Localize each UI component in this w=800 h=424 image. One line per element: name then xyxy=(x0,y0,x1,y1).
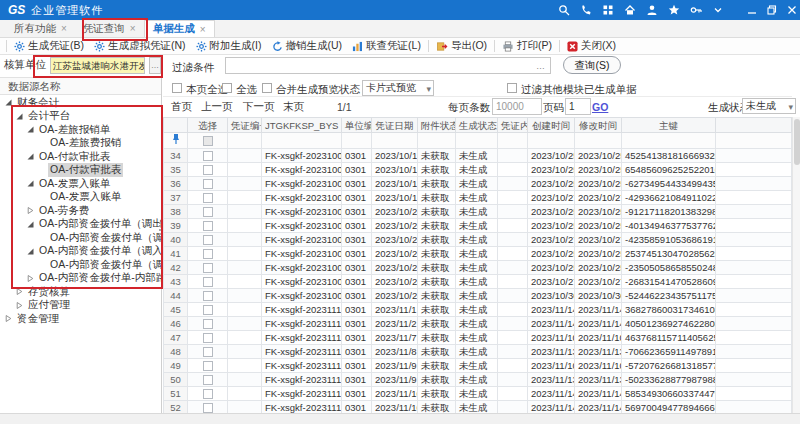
table-row[interactable]: 35FK-xsgkf-20231005603012023/10/18未获取未生成… xyxy=(164,163,792,177)
tree-item[interactable]: OA-发票入账单 xyxy=(0,191,161,205)
table-row[interactable]: 43FK-xsgkf-20231007503012023/10/24未获取未生成… xyxy=(164,275,792,289)
row-checkbox[interactable] xyxy=(203,389,213,399)
append-generate-button[interactable]: 附加生成(I) xyxy=(191,39,267,54)
row-checkbox[interactable] xyxy=(203,221,213,231)
home-icon[interactable] xyxy=(624,4,636,16)
table-row[interactable]: 41FK-xsgkf-20231007303012023/10/23未获取未生成… xyxy=(164,247,792,261)
query-button[interactable]: 查询(S) xyxy=(563,56,621,74)
tree-item[interactable]: 资金管理 xyxy=(0,312,161,326)
phone-icon[interactable] xyxy=(580,4,592,16)
column-header[interactable]: 主键 xyxy=(622,118,716,133)
table-row[interactable]: 48FK-xsgkf-20231114603012023/11/8未获取未生成2… xyxy=(164,345,792,359)
column-header[interactable]: 生成状态 xyxy=(456,118,498,133)
table-row[interactable]: 39FK-xsgkf-20231007003012023/10/20未获取未生成… xyxy=(164,219,792,233)
column-header[interactable]: JTGKFKSP_BYS xyxy=(262,118,342,133)
chevron-down-icon[interactable] xyxy=(712,4,724,16)
first-page-button[interactable]: 首页 xyxy=(168,100,192,114)
tree-item[interactable]: 应付管理 xyxy=(0,299,161,313)
linked-query-voucher-button[interactable]: 联查凭证(L) xyxy=(347,39,426,54)
undo-generate-button[interactable]: 撤销生成(U) xyxy=(267,39,348,54)
table-row[interactable]: 40FK-xsgkf-20231007103012023/10/23未获取未生成… xyxy=(164,233,792,247)
row-checkbox[interactable] xyxy=(203,235,213,245)
apps-icon[interactable] xyxy=(602,4,614,16)
row-checkbox[interactable] xyxy=(203,361,213,371)
prev-page-button[interactable]: 上一页 xyxy=(198,100,233,114)
close-icon[interactable] xyxy=(786,4,798,16)
table-row[interactable]: 44FK-xsgkf-20231009303012023/10/27未获取未生成… xyxy=(164,289,792,303)
table-row[interactable]: 46FK-xsgkf-20231111503012023/11/2未获取未生成2… xyxy=(164,317,792,331)
filter-input[interactable] xyxy=(225,57,551,74)
select-page-checkbox[interactable] xyxy=(172,83,182,93)
column-header[interactable]: 凭证内码 xyxy=(498,118,528,133)
tab-close-icon[interactable]: × xyxy=(200,24,206,35)
table-row[interactable]: 51FK-xsgkf-20231117003012023/11/10未获取未生成… xyxy=(164,387,792,401)
search-icon[interactable] xyxy=(558,4,570,16)
tree-item[interactable]: OA-差旅费报销 xyxy=(0,137,161,151)
header-checkbox[interactable] xyxy=(203,136,213,146)
table-row[interactable]: 50FK-xsgkf-20231115203012023/11/9未获取未生成2… xyxy=(164,373,792,387)
generate-virtual-voucher-button[interactable]: 生成虚拟凭证(N) xyxy=(89,39,191,54)
tab-close-icon[interactable]: × xyxy=(130,23,136,34)
column-header[interactable]: 凭证编号 xyxy=(228,118,262,133)
user-icon[interactable] xyxy=(646,4,658,16)
filter-browse-button[interactable]: … xyxy=(536,61,545,71)
row-checkbox[interactable] xyxy=(203,291,213,301)
row-checkbox[interactable] xyxy=(203,347,213,357)
key-icon[interactable] xyxy=(690,4,702,16)
tab-1[interactable]: 所有功能× xyxy=(6,20,75,37)
print-button[interactable]: 打印(P) xyxy=(497,39,557,54)
table-row[interactable]: 34FK-xsgkf-20231006203012023/10/18未获取未生成… xyxy=(164,149,792,163)
table-row[interactable]: 49FK-xsgkf-20231115303012023/11/9未获取未生成2… xyxy=(164,359,792,373)
table-row[interactable]: 42FK-xsgkf-20231007403012023/10/23未获取未生成… xyxy=(164,261,792,275)
next-page-button[interactable]: 下一页 xyxy=(240,100,275,114)
last-page-button[interactable]: 末页 xyxy=(280,100,304,114)
tree-item[interactable]: OA-劳务费 xyxy=(0,204,161,218)
per-page-input[interactable]: 10000 xyxy=(492,98,542,115)
star-icon[interactable] xyxy=(668,4,680,16)
column-header[interactable]: 创建时间 xyxy=(528,118,575,133)
tree-item[interactable]: OA-内部资金拨付单（调入） xyxy=(0,245,161,259)
row-checkbox[interactable] xyxy=(203,263,213,273)
tree-item[interactable]: OA-付款审批表 xyxy=(0,164,161,178)
tree-item[interactable]: 财务会计 xyxy=(0,96,161,110)
go-button[interactable]: GO xyxy=(592,101,608,113)
generate-state-select[interactable]: 未生成 ▾ xyxy=(742,98,796,114)
tree-item[interactable]: 存货核算 xyxy=(0,285,161,299)
horizontal-scrollbar[interactable] xyxy=(0,413,800,424)
tree-item[interactable]: OA-内部资金拨付单-内部路径 xyxy=(0,272,161,286)
row-checkbox[interactable] xyxy=(203,403,213,413)
column-header[interactable]: 选择 xyxy=(188,118,228,133)
table-row[interactable]: 38FK-xsgkf-20231006903012023/10/20未获取未生成… xyxy=(164,205,792,219)
row-checkbox[interactable] xyxy=(203,193,213,203)
row-checkbox[interactable] xyxy=(203,249,213,259)
vertical-scrollbar[interactable] xyxy=(792,117,800,413)
tree-item[interactable]: OA-差旅报销单 xyxy=(0,123,161,137)
accounting-unit-browse-button[interactable]: … xyxy=(149,57,161,74)
restore-icon[interactable] xyxy=(766,4,778,16)
select-all-checkbox[interactable] xyxy=(222,83,232,93)
row-checkbox[interactable] xyxy=(203,375,213,385)
column-header[interactable] xyxy=(164,118,188,133)
row-checkbox[interactable] xyxy=(203,151,213,161)
table-row[interactable]: 36FK-xsgkf-20231006703012023/10/19未获取未生成… xyxy=(164,177,792,191)
minimize-icon[interactable] xyxy=(746,4,758,16)
row-checkbox[interactable] xyxy=(203,277,213,287)
merge-generate-checkbox[interactable] xyxy=(262,83,272,93)
table-row[interactable]: 37FK-xsgkf-20231006803012023/10/19未获取未生成… xyxy=(164,191,792,205)
generate-voucher-button[interactable]: 生成凭证(B) xyxy=(9,39,89,54)
column-header[interactable]: 单位编号 xyxy=(342,118,372,133)
tree-item[interactable]: OA-发票入账单 xyxy=(0,177,161,191)
column-header[interactable]: 修改时间 xyxy=(575,118,622,133)
tab-2[interactable]: 凭证查询× xyxy=(75,20,144,37)
row-checkbox[interactable] xyxy=(203,165,213,175)
tab-3[interactable]: 单据生成× xyxy=(144,20,215,37)
tree-item[interactable]: OA-内部资金拨付单（调入单位凭证） xyxy=(0,258,161,272)
row-checkbox[interactable] xyxy=(203,179,213,189)
tab-close-icon[interactable]: × xyxy=(61,23,67,34)
column-header[interactable]: 凭证日期 xyxy=(372,118,418,133)
tree-item[interactable]: OA-内部资金拨付单（调出） xyxy=(0,218,161,232)
page-number-input[interactable]: 1 xyxy=(565,98,591,115)
table-row[interactable]: 45FK-xsgkf-20231111003012023/11/1未获取未生成2… xyxy=(164,303,792,317)
column-header[interactable] xyxy=(716,118,792,133)
filter-generated-checkbox[interactable] xyxy=(507,83,517,93)
